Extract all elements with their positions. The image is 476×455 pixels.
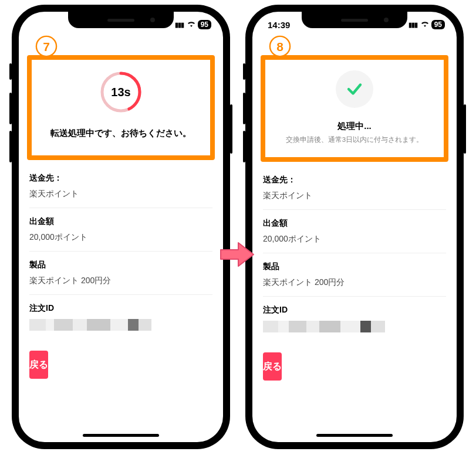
- signal-icon: ▮▮▮: [175, 21, 185, 29]
- volume-down-button: [243, 131, 245, 162]
- phone-frame-left: ▮▮▮ 95 7 13s: [12, 5, 230, 449]
- product-label: 製品: [263, 262, 446, 272]
- section-order-id: 注文ID: [263, 297, 446, 341]
- status-card-done: 処理中... 交換申請後、通常3日以内に付与されます。: [261, 55, 448, 162]
- amount-label: 出金額: [263, 218, 446, 229]
- destination-label: 送金先：: [29, 173, 212, 184]
- done-subtitle: 交換申請後、通常3日以内に付与されます。: [272, 135, 437, 144]
- order-id-redacted: [263, 321, 446, 332]
- status-right: ▮▮▮ 95: [175, 20, 211, 29]
- step-badge-7: 7: [35, 35, 58, 57]
- battery-badge: 95: [431, 20, 445, 29]
- order-id-label: 注文ID: [29, 303, 212, 314]
- back-button[interactable]: 戻る: [29, 351, 48, 379]
- details-list: 送金先： 楽天ポイント 出金額 20,000ポイント 製品 楽天ポイント 200…: [19, 160, 223, 339]
- signal-icon: ▮▮▮: [409, 21, 418, 29]
- done-title: 処理中...: [272, 121, 437, 132]
- product-label: 製品: [29, 260, 212, 270]
- arrow-right-icon: [220, 240, 255, 269]
- back-button[interactable]: 戻る: [263, 352, 282, 381]
- amount-value: 20,000ポイント: [29, 232, 212, 243]
- product-value: 楽天ポイント 200円分: [29, 276, 212, 286]
- product-value: 楽天ポイント 200円分: [263, 277, 446, 288]
- notch: [302, 12, 407, 28]
- destination-label: 送金先：: [263, 175, 446, 185]
- status-card-processing: 13s 転送処理中です、お待ちください。: [27, 55, 215, 160]
- home-indicator[interactable]: [316, 434, 393, 437]
- battery-badge: 95: [198, 20, 211, 29]
- order-id-redacted: [29, 319, 212, 331]
- notch: [68, 12, 174, 28]
- destination-value: 楽天ポイント: [263, 191, 446, 201]
- screen-left: ▮▮▮ 95 7 13s: [19, 12, 223, 442]
- volume-up-button: [243, 93, 245, 124]
- section-amount: 出金額 20,000ポイント: [29, 208, 212, 252]
- amount-label: 出金額: [29, 216, 212, 227]
- svg-text:8: 8: [276, 40, 283, 53]
- phone-frame-right: 14:39 ▮▮▮ 95 8: [245, 5, 464, 449]
- section-destination: 送金先： 楽天ポイント: [263, 162, 446, 210]
- wifi-icon: [187, 20, 196, 29]
- status-right: ▮▮▮ 95: [409, 20, 445, 29]
- silent-switch: [243, 63, 245, 80]
- amount-value: 20,000ポイント: [263, 234, 446, 245]
- home-indicator[interactable]: [83, 434, 159, 437]
- countdown-timer: 13s: [99, 70, 143, 114]
- power-button: [230, 104, 232, 154]
- section-product: 製品 楽天ポイント 200円分: [29, 252, 212, 295]
- section-destination: 送金先： 楽天ポイント: [29, 160, 212, 208]
- success-check-icon: [336, 70, 373, 108]
- volume-up-button: [9, 93, 12, 124]
- details-list: 送金先： 楽天ポイント 出金額 20,000ポイント 製品 楽天ポイント 200…: [252, 162, 457, 341]
- section-amount: 出金額 20,000ポイント: [263, 210, 446, 253]
- silent-switch: [9, 63, 12, 80]
- countdown-value: 13s: [99, 70, 143, 114]
- status-time: 14:39: [268, 20, 290, 30]
- section-product: 製品 楽天ポイント 200円分: [263, 253, 446, 297]
- processing-message: 転送処理中です、お待ちください。: [39, 128, 203, 139]
- screen-right: 14:39 ▮▮▮ 95 8: [252, 12, 457, 442]
- destination-value: 楽天ポイント: [29, 189, 212, 199]
- svg-text:7: 7: [43, 40, 50, 53]
- wifi-icon: [420, 20, 430, 29]
- order-id-label: 注文ID: [263, 305, 446, 315]
- power-button: [464, 104, 466, 154]
- volume-down-button: [9, 131, 12, 162]
- step-badge-8: 8: [269, 35, 291, 57]
- section-order-id: 注文ID: [29, 295, 212, 339]
